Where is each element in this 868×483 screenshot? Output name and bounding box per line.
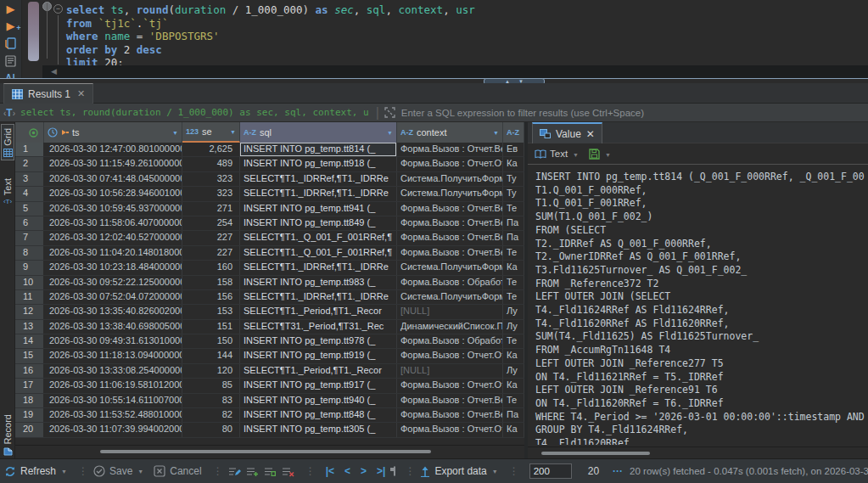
chevron-down-icon[interactable]: ▼ bbox=[492, 469, 498, 475]
chevron-down-icon[interactable]: ▼ bbox=[137, 469, 143, 475]
cell-ctx[interactable]: [NULL] bbox=[397, 305, 503, 318]
table-row[interactable]: 22026-03-30 11:15:49.261000000489INSERT … bbox=[15, 157, 524, 171]
table-row[interactable]: 52026-03-30 10:59:45.937000000271INSERT … bbox=[15, 202, 524, 216]
cell-ctx[interactable]: Форма.Вызов : Обработка.АР bbox=[397, 334, 503, 348]
table-row[interactable]: 202026-03-30 11:07:39.99400200080INSERT … bbox=[15, 423, 524, 437]
cell-sql[interactable]: INSERT INTO pg_temp.tt978 (_ bbox=[240, 334, 397, 348]
cell-se[interactable]: 144 bbox=[182, 349, 240, 362]
cell-se[interactable]: 151 bbox=[182, 320, 240, 334]
cell-num[interactable]: 6 bbox=[15, 216, 44, 230]
duplicate-row-button[interactable] bbox=[264, 466, 277, 477]
cell-ts[interactable]: 2026-03-30 11:07:39.994002000 bbox=[44, 423, 182, 436]
cell-ts[interactable]: 2026-03-30 07:41:48.045000000 bbox=[44, 172, 182, 186]
close-icon[interactable]: ✕ bbox=[586, 128, 595, 140]
cell-ts[interactable]: 2026-03-30 12:02:40.527000000 bbox=[44, 231, 182, 244]
cell-num[interactable]: 2 bbox=[15, 157, 44, 171]
cell-ctx[interactable]: Форма.Вызов : Отчет.Ведомо bbox=[397, 231, 503, 244]
cell-ts[interactable]: 2026-03-30 13:33:08.254000000 bbox=[44, 364, 182, 378]
cell-sql[interactable]: SELECT¶T1._Q_001_F_001RRef,¶ bbox=[240, 246, 397, 260]
cell-usr[interactable]: Ту bbox=[503, 172, 524, 186]
editor-vertical-scrollbar[interactable] bbox=[47, 3, 48, 59]
cell-ts[interactable]: 2026-03-30 07:52:04.072000000 bbox=[44, 290, 182, 304]
execute-statement-button[interactable]: ▶ bbox=[4, 3, 18, 14]
cell-ts[interactable]: 2026-03-30 09:52:22.125000000 bbox=[44, 276, 182, 289]
cell-usr[interactable]: Па bbox=[503, 231, 524, 244]
cell-usr[interactable]: Лу bbox=[503, 320, 524, 334]
cell-usr[interactable]: Те bbox=[503, 290, 524, 304]
cell-se[interactable]: 156 bbox=[182, 290, 240, 304]
cell-sql[interactable]: INSERT INTO pg_temp.tt814 (_ bbox=[240, 143, 397, 156]
delete-row-button[interactable] bbox=[282, 466, 294, 477]
export-data-button[interactable]: Export data ▼ bbox=[420, 465, 497, 477]
execute-new-tab-button[interactable]: ▶ bbox=[4, 20, 18, 31]
table-row[interactable]: 172026-03-30 11:06:19.58101200085INSERT … bbox=[15, 379, 524, 393]
cell-ctx[interactable]: Форма.Вызов : Отчет.Ведомос bbox=[397, 143, 503, 156]
cell-ts[interactable]: 2026-03-30 09:49:31.613010000 bbox=[44, 334, 182, 348]
cell-sql[interactable]: INSERT INTO pg_temp.tt848 (_ bbox=[240, 408, 397, 422]
table-row[interactable]: 42026-03-30 10:56:28.946001000323SELECT¶… bbox=[15, 187, 524, 201]
cell-usr[interactable]: Ка bbox=[503, 157, 524, 171]
cell-sql[interactable]: SELECT¶T1._IDRRef,¶T1._IDRRe bbox=[240, 172, 397, 186]
cell-usr[interactable]: Те bbox=[503, 334, 524, 348]
cell-num[interactable]: 15 bbox=[15, 349, 44, 362]
cell-usr[interactable]: Ка bbox=[503, 261, 524, 274]
cell-num[interactable]: 5 bbox=[15, 202, 44, 216]
cell-sql[interactable]: SELECT¶T1._Q_001_F_001RRef,¶ bbox=[240, 231, 397, 244]
cell-ctx[interactable]: Форма.Вызов : Отчет.Ведомо bbox=[397, 216, 503, 230]
editor-code[interactable]: select ts, round(duration / 1_000_000) a… bbox=[66, 3, 475, 70]
cell-num[interactable]: 10 bbox=[15, 276, 44, 289]
cell-ctx[interactable]: Система.ПолучитьФорму : Об bbox=[397, 261, 503, 274]
cell-num[interactable]: 17 bbox=[15, 379, 44, 392]
editor-horizontal-scrollbar[interactable]: ◀ bbox=[42, 65, 868, 78]
column-header-ts[interactable]: ts ▼ bbox=[44, 122, 182, 143]
table-row[interactable]: 132026-03-30 13:38:40.698005000151SELECT… bbox=[15, 320, 524, 334]
cell-se[interactable]: 271 bbox=[182, 202, 240, 216]
cell-num[interactable]: 11 bbox=[15, 290, 44, 304]
tab-results-1[interactable]: Results 1 ✕ bbox=[3, 83, 93, 104]
table-row[interactable]: 162026-03-30 13:33:08.254000000120SELECT… bbox=[15, 364, 524, 379]
cell-sql[interactable]: INSERT INTO pg_temp.tt941 (_ bbox=[240, 202, 397, 216]
cell-se[interactable]: 80 bbox=[182, 423, 240, 436]
cell-sql[interactable]: INSERT INTO pg_temp.tt940 (_ bbox=[240, 394, 397, 407]
table-row[interactable]: 112026-03-30 07:52:04.072000000156SELECT… bbox=[15, 290, 524, 305]
scroll-left-arrow-icon[interactable]: ◀ bbox=[51, 67, 57, 76]
table-row[interactable]: 192026-03-30 11:53:52.48801000082INSERT … bbox=[15, 408, 524, 423]
more-options-button[interactable]: ··· bbox=[613, 465, 623, 477]
cell-num[interactable]: 7 bbox=[15, 231, 44, 244]
table-row[interactable]: 122026-03-30 13:35:40.826002000153SELECT… bbox=[15, 305, 524, 319]
cell-se[interactable]: 227 bbox=[182, 246, 240, 260]
value-content[interactable]: INSERT INTO pg_temp.tt814 (_Q_001_F_000R… bbox=[528, 166, 868, 445]
fetch-size-input[interactable] bbox=[529, 463, 572, 479]
cell-ctx[interactable]: Форма.Вызов : Отчет.ОтчетПо bbox=[397, 379, 503, 392]
previous-row-button[interactable]: < bbox=[344, 465, 350, 477]
tab-text-view[interactable]: Text ‹T› bbox=[0, 178, 15, 205]
cell-se[interactable]: 158 bbox=[182, 276, 240, 289]
filter-input[interactable]: Enter a SQL expression to filter results… bbox=[401, 108, 644, 118]
cell-ts[interactable]: 2026-03-30 10:55:14.611007000 bbox=[44, 394, 182, 407]
code-fold-toggle[interactable]: − bbox=[53, 4, 63, 14]
chevron-down-icon[interactable]: ▼ bbox=[61, 469, 67, 475]
select-all-corner[interactable] bbox=[15, 122, 44, 143]
table-row[interactable]: 32026-03-30 07:41:48.045000000323SELECT¶… bbox=[15, 172, 524, 187]
cell-se[interactable]: 83 bbox=[182, 394, 240, 407]
cell-sql[interactable]: INSERT INTO pg_temp.tt849 (_ bbox=[240, 216, 397, 230]
cell-usr[interactable]: Те bbox=[503, 246, 524, 260]
tab-grid-view[interactable]: Grid bbox=[1, 124, 14, 160]
cell-usr[interactable]: Ту bbox=[503, 187, 524, 200]
cell-sql[interactable]: SELECT¶T1._IDRRef,¶T1._IDRRe bbox=[240, 261, 397, 274]
table-row[interactable]: 92026-03-30 10:23:18.484000000160SELECT¶… bbox=[15, 261, 524, 275]
column-header-context[interactable]: A-Z context ▼ bbox=[397, 122, 503, 143]
add-row-button[interactable] bbox=[246, 466, 259, 477]
cell-ts[interactable]: 2026-03-30 11:06:19.581012000 bbox=[44, 379, 182, 392]
table-row[interactable]: 182026-03-30 10:55:14.61100700083INSERT … bbox=[15, 394, 524, 408]
scrollbar-thumb[interactable] bbox=[100, 450, 431, 453]
cell-sql[interactable]: INSERT INTO pg_temp.tt918 (_ bbox=[240, 157, 397, 171]
cell-usr[interactable]: Ка bbox=[503, 349, 524, 362]
cell-num[interactable]: 8 bbox=[15, 246, 44, 260]
cell-num[interactable]: 12 bbox=[15, 305, 44, 318]
cell-usr[interactable]: Па bbox=[503, 408, 524, 422]
last-row-button[interactable]: >| bbox=[377, 465, 385, 477]
cell-num[interactable]: 4 bbox=[15, 187, 44, 200]
cell-ts[interactable]: 2026-03-30 13:38:40.698005000 bbox=[44, 320, 182, 334]
tab-value[interactable]: Value ✕ bbox=[532, 122, 602, 143]
